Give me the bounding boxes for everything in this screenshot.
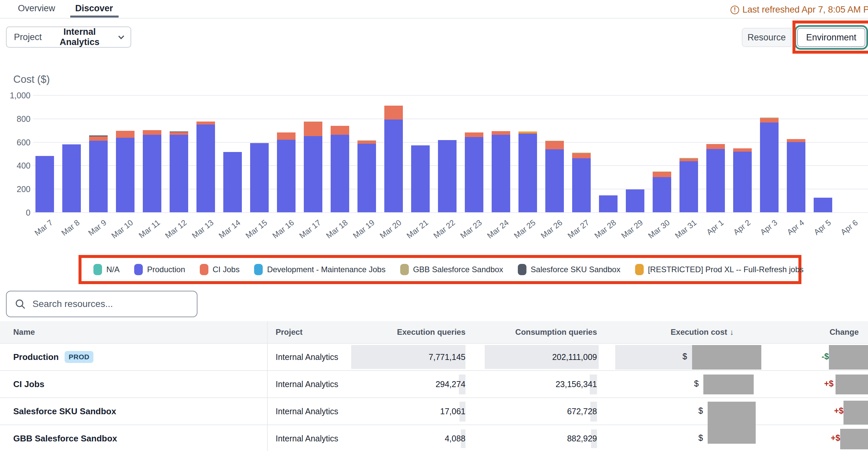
redacted-change-value <box>836 375 868 394</box>
chevron-down-icon <box>118 33 124 39</box>
bar-mar-10[interactable] <box>116 131 134 212</box>
project-filter-label: Project <box>14 32 42 42</box>
table-row-production[interactable]: Production PROD Internal Analytics 7,771… <box>0 344 868 371</box>
chart-y-axis: 02004006008001,000 <box>0 95 30 213</box>
tab-discover[interactable]: Discover <box>75 3 113 13</box>
bar-mar-19[interactable] <box>358 140 376 212</box>
bar-mar-8[interactable] <box>62 144 81 212</box>
resource-name[interactable]: CI Jobs <box>13 379 44 389</box>
bar-segment-production <box>626 189 644 212</box>
bar-apr-2[interactable] <box>733 148 752 212</box>
legend-item-production[interactable]: Production <box>134 264 185 275</box>
resource-name[interactable]: Salesforce SKU Sandbox <box>13 406 116 417</box>
annotation-box-legend: N/AProductionCI JobsDevelopment - Mainte… <box>79 255 801 284</box>
table-row-ci-jobs[interactable]: CI Jobs Internal Analytics 294,274 23,15… <box>0 371 868 398</box>
legend-label: Development - Maintenance Jobs <box>267 265 385 274</box>
environment-toggle-button[interactable]: Environment <box>797 28 865 47</box>
legend-item-development-maintenance-jobs[interactable]: Development - Maintenance Jobs <box>254 264 385 275</box>
bar-mar-18[interactable] <box>331 126 349 212</box>
x-tick-label: Mar 22 <box>432 218 457 240</box>
bar-segment-ci-jobs <box>169 132 188 135</box>
bar-mar-11[interactable] <box>143 130 161 212</box>
execution-queries-value: 7,771,145 <box>429 352 465 362</box>
x-tick-label: Mar 13 <box>190 218 215 240</box>
bar-mar-30[interactable] <box>653 171 671 212</box>
x-tick-label: Apr 5 <box>812 218 833 237</box>
cost-currency-prefix: $ <box>699 406 703 416</box>
gridline <box>33 119 868 119</box>
bar-mar-16[interactable] <box>277 132 296 212</box>
bar-mar-12[interactable] <box>169 131 188 212</box>
legend-item-salesforce-sku-sandbox[interactable]: Salesforce SKU Sandbox <box>518 264 621 275</box>
bar-segment-production <box>304 136 322 212</box>
column-header-change[interactable]: Change <box>762 321 868 343</box>
redacted-cost-value <box>703 375 754 394</box>
bar-apr-3[interactable] <box>760 118 779 212</box>
column-header-name[interactable]: Name <box>0 321 267 343</box>
x-tick-label: Mar 28 <box>593 218 618 240</box>
bar-mar-15[interactable] <box>250 143 269 212</box>
column-header-consumption-queries[interactable]: Consumption queries <box>469 321 600 343</box>
bar-mar-22[interactable] <box>438 140 457 212</box>
bar-segment-production <box>358 144 376 212</box>
bar-segment-production <box>277 140 296 213</box>
x-tick-label: Mar 23 <box>459 218 484 240</box>
legend-item-ci-jobs[interactable]: CI Jobs <box>200 264 240 275</box>
bar-apr-5[interactable] <box>814 198 832 212</box>
legend-item-gbb-salesforce-sandbox[interactable]: GBB Salesforce Sandbox <box>400 264 503 275</box>
legend-swatch <box>518 264 526 275</box>
cost-currency-prefix: $ <box>694 379 699 388</box>
bar-mar-9[interactable] <box>89 135 108 212</box>
sort-desc-icon[interactable]: ↓ <box>730 327 734 337</box>
bar-apr-4[interactable] <box>787 139 805 212</box>
bar-mar-24[interactable] <box>492 131 510 212</box>
bar-mar-29[interactable] <box>626 189 644 212</box>
bar-mar-26[interactable] <box>545 141 564 212</box>
bar-segment-production <box>196 125 215 213</box>
bar-segment-ci-jobs <box>545 141 564 149</box>
bar-mar-25[interactable] <box>519 131 537 212</box>
change-prefix: +$ <box>834 406 843 416</box>
column-header-project[interactable]: Project <box>267 321 351 343</box>
bar-segment-ci-jobs <box>733 148 752 152</box>
change-prefix: +$ <box>831 433 840 443</box>
bar-mar-31[interactable] <box>680 158 698 212</box>
bar-mar-21[interactable] <box>411 146 430 212</box>
x-tick-label: Mar 15 <box>244 218 269 240</box>
bar-mar-14[interactable] <box>223 152 242 212</box>
resource-toggle-button[interactable]: Resource <box>742 28 792 47</box>
table-row-salesforce-sku-sandbox[interactable]: Salesforce SKU Sandbox Internal Analytic… <box>0 398 868 425</box>
search-input[interactable]: Search resources... <box>6 291 197 317</box>
resource-name[interactable]: Production <box>13 352 59 362</box>
legend-label: N/A <box>106 265 120 274</box>
legend-swatch <box>134 264 143 275</box>
column-header-execution-queries[interactable]: Execution queries <box>351 321 469 343</box>
x-tick-label: Mar 18 <box>324 218 349 240</box>
redacted-change-value <box>829 345 868 369</box>
bar-mar-20[interactable] <box>384 106 403 212</box>
bar-segment-production <box>143 135 161 212</box>
project-cell: Internal Analytics <box>276 434 338 443</box>
bar-apr-1[interactable] <box>706 144 725 212</box>
bar-mar-23[interactable] <box>465 132 483 212</box>
x-tick-label: Mar 21 <box>405 218 430 240</box>
x-tick-label: Apr 6 <box>839 218 859 237</box>
refresh-notice: ! Last refreshed Apr 7, 8:05 AM PDT <box>731 5 868 15</box>
project-filter-dropdown[interactable]: Project Internal Analytics <box>6 27 131 48</box>
bar-mar-28[interactable] <box>599 195 618 212</box>
bar-mar-17[interactable] <box>304 122 322 212</box>
tab-overview[interactable]: Overview <box>18 3 55 13</box>
bar-segment-production <box>572 158 591 213</box>
bar-mar-13[interactable] <box>196 122 215 212</box>
resource-name[interactable]: GBB Salesforce Sandbox <box>13 433 117 444</box>
chart-title: Cost ($) <box>13 73 50 86</box>
legend-item--restricted-prod-xl-full-refresh-jobs[interactable]: [RESTRICTED] Prod XL -- Full-Refresh job… <box>635 264 804 275</box>
bar-segment-ci-jobs <box>304 122 322 136</box>
resources-table: Name Project Execution queries Consumpti… <box>0 321 868 451</box>
search-icon <box>14 298 26 310</box>
bar-segment-production <box>653 177 671 212</box>
legend-item-n-a[interactable]: N/A <box>93 264 120 275</box>
bar-mar-27[interactable] <box>572 153 591 212</box>
column-header-execution-cost[interactable]: Execution cost ↓ <box>600 321 762 343</box>
bar-mar-7[interactable] <box>35 156 54 212</box>
